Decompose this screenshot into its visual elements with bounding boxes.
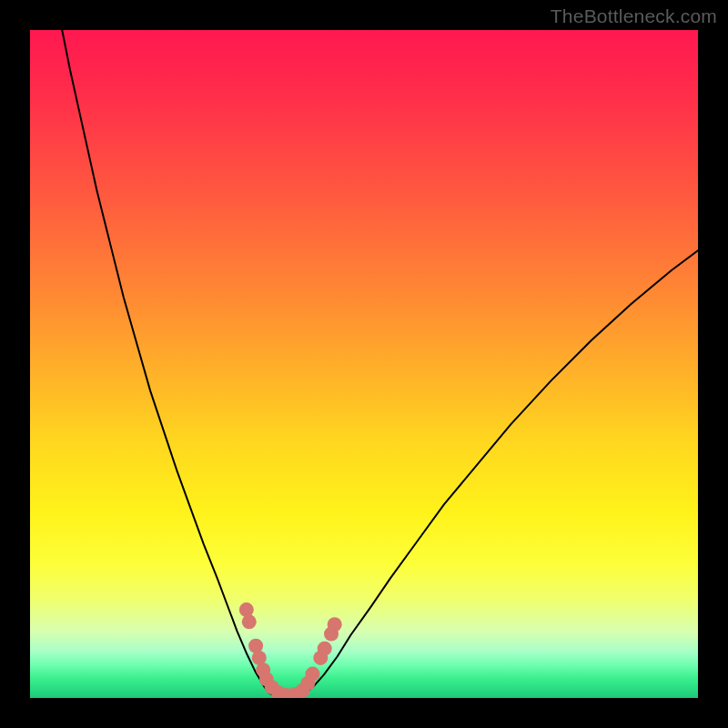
- marker-dot: [239, 602, 254, 617]
- bottleneck-curve: [62, 30, 698, 697]
- chart-frame: TheBottleneck.com: [0, 0, 728, 728]
- curve-line: [62, 30, 698, 697]
- watermark-text: TheBottleneck.com: [551, 5, 717, 27]
- marker-dot: [242, 614, 257, 629]
- chart-plot-area: [30, 30, 698, 698]
- marker-dot: [305, 667, 319, 682]
- marker-dot: [318, 642, 332, 656]
- chart-svg: [30, 30, 698, 698]
- marker-dot: [328, 617, 342, 632]
- salmon-dot-markers: [239, 602, 342, 698]
